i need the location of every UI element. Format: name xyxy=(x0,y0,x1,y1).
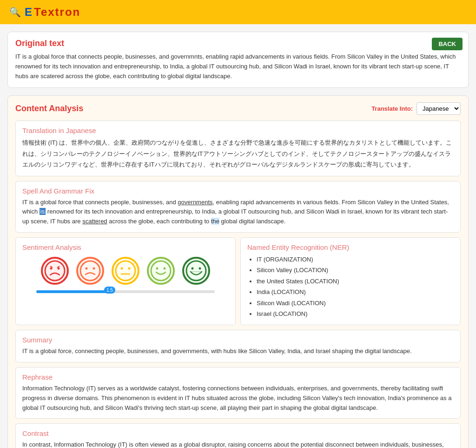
sentiment-faces xyxy=(22,257,229,285)
svg-point-10 xyxy=(128,267,131,269)
slider-thumb: 1.5 xyxy=(104,287,115,294)
original-text-body: IT is a global force that connects peopl… xyxy=(15,52,461,81)
translate-into-row: Translate Into: Japanese French Spanish … xyxy=(371,102,461,115)
sentiment-ner-row: Sentiment Analysis xyxy=(15,237,461,325)
main-content: BACK Original text IT is a global force … xyxy=(0,24,476,448)
highlighted-is: is xyxy=(40,208,46,215)
svg-point-7 xyxy=(93,267,95,269)
content-analysis-title: Content Analysis xyxy=(15,104,83,114)
spell-grammar-body: IT is a global force that connects peopl… xyxy=(22,198,454,227)
rephrase-body: Information Technology (IT) serves as a … xyxy=(22,384,454,413)
sentiment-section: Sentiment Analysis xyxy=(15,237,236,325)
face-4 xyxy=(147,257,175,285)
header: 🔍 E Textron xyxy=(0,0,476,24)
ner-section: Named Entity Recognition (NER) IT (ORGAN… xyxy=(240,237,461,325)
rephrase-title: Rephrase xyxy=(22,373,454,381)
face-3 xyxy=(112,257,139,285)
ner-item: Israel (LOCATION) xyxy=(257,308,454,319)
sentiment-slider-container: 1.5 xyxy=(22,288,229,295)
original-text-title: Original text xyxy=(15,39,461,48)
ner-item: Silicon Wadi (LOCATION) xyxy=(257,298,454,308)
corrected-word-scattered: scattered xyxy=(82,218,107,225)
summary-body: IT is a global force, connecting people,… xyxy=(22,347,454,356)
svg-point-12 xyxy=(151,261,171,281)
back-button-top[interactable]: BACK xyxy=(432,38,463,50)
logo-letter: E xyxy=(25,6,32,19)
svg-point-16 xyxy=(192,267,194,269)
translation-body: 情報技術 (IT) は、世界中の個人、企業、政府間のつながりを促進し、さまざまな… xyxy=(22,137,454,170)
logo: 🔍 E Textron xyxy=(9,6,80,19)
translate-label: Translate Into: xyxy=(371,105,413,112)
slider-track: 1.5 xyxy=(36,290,215,293)
svg-point-13 xyxy=(156,267,159,269)
summary-section: Summary IT is a global force, connecting… xyxy=(15,330,461,362)
face-5 xyxy=(182,257,210,285)
ner-item: India (LOCATION) xyxy=(257,287,454,297)
ner-title: Named Entity Recognition (NER) xyxy=(247,243,454,251)
translation-title: Translation in Japanese xyxy=(22,127,454,134)
translate-select[interactable]: Japanese French Spanish German Chinese xyxy=(416,102,461,115)
face-1 xyxy=(41,257,69,285)
original-text-section: BACK Original text IT is a global force … xyxy=(7,32,469,88)
contrast-title: Contrast xyxy=(22,429,454,437)
svg-point-9 xyxy=(121,267,123,269)
ner-item: the United States (LOCATION) xyxy=(257,276,454,287)
translation-section: Translation in Japanese 情報技術 (IT) は、世界中の… xyxy=(15,120,461,176)
ner-list: IT (ORGANIZATION) Silicon Valley (LOCATI… xyxy=(247,254,454,319)
logo-text: Textron xyxy=(34,6,80,19)
svg-point-14 xyxy=(164,267,166,269)
rephrase-section: Rephrase Information Technology (IT) ser… xyxy=(15,367,461,419)
contrast-body: In contrast, Information Technology (IT)… xyxy=(22,440,454,448)
corrected-word-governments: governments xyxy=(178,199,212,206)
svg-point-6 xyxy=(86,267,88,269)
svg-point-0 xyxy=(45,261,65,281)
logo-icon: 🔍 xyxy=(9,7,21,18)
content-analysis-section: Content Analysis Translate Into: Japanes… xyxy=(7,95,469,448)
svg-point-15 xyxy=(186,261,206,281)
contrast-section: Contrast In contrast, Information Techno… xyxy=(15,423,461,448)
face-2 xyxy=(76,257,104,285)
ner-item: IT (ORGANIZATION) xyxy=(257,254,454,265)
spell-grammar-section: Spell And Grammar Fix IT is a global for… xyxy=(15,181,461,233)
sentiment-title: Sentiment Analysis xyxy=(22,243,229,251)
svg-point-5 xyxy=(80,261,100,281)
summary-title: Summary xyxy=(22,336,454,344)
spell-grammar-title: Spell And Grammar Fix xyxy=(22,187,454,195)
content-analysis-header: Content Analysis Translate Into: Japanes… xyxy=(15,102,461,115)
svg-point-17 xyxy=(199,267,201,269)
slider-fill xyxy=(36,290,108,293)
ner-item: Silicon Valley (LOCATION) xyxy=(257,265,454,275)
svg-point-8 xyxy=(116,261,135,281)
highlighted-the: the xyxy=(211,218,219,225)
